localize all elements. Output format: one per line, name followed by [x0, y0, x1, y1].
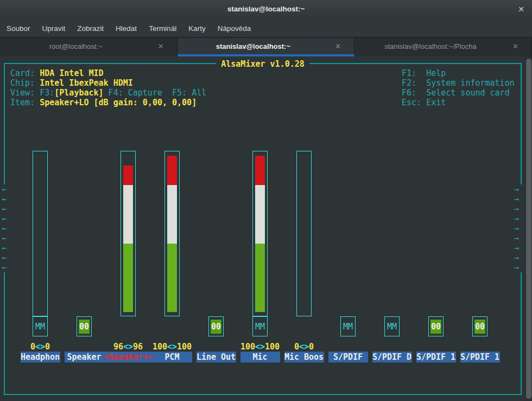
scroll-right-icon: → — [514, 214, 519, 224]
channel-label[interactable]: S/PDIF D — [372, 352, 412, 362]
window-title: stanislav@localhost:~ — [0, 5, 532, 13]
frame-border-left-upper — [4, 63, 5, 184]
card-row: Card: HDA Intel MID — [10, 68, 104, 78]
channel-bar[interactable] — [296, 151, 312, 316]
menu-item-upravit[interactable]: Upravit — [36, 20, 72, 37]
scroll-left-icon: ← — [2, 214, 7, 224]
bar-fill-red — [255, 156, 265, 185]
tab-1[interactable]: stanislav@localhost:~✕ — [178, 38, 355, 56]
channel-label[interactable]: Mic — [240, 352, 280, 362]
channel-mute-box[interactable]: 00 — [472, 316, 487, 336]
value-part: 100 — [177, 342, 192, 352]
item-value: Speaker+LO [dB gain: 0,00, 0,00] — [40, 98, 197, 107]
window-close-icon[interactable]: ✕ — [518, 5, 524, 14]
bar-fill-green — [123, 244, 133, 312]
bar-fill-white — [167, 185, 177, 244]
channel-mute-box[interactable]: MM — [252, 316, 268, 336]
view-label: View: F3: — [10, 88, 54, 98]
scrollbar-track[interactable] — [524, 56, 532, 401]
mute-indicator: MM — [35, 322, 45, 332]
scroll-right-icon: → — [514, 204, 519, 214]
tab-label: stanislav@localhost:~ — [178, 38, 330, 55]
scroll-left-icon: ← — [2, 194, 7, 204]
help-f1: F1: Help — [402, 68, 446, 78]
bar-fill-green — [167, 244, 177, 312]
menu-item-zobrazit[interactable]: Zobrazit — [71, 20, 110, 37]
menu-item-terminál[interactable]: Terminál — [143, 20, 182, 37]
channel-label-selected[interactable]: <Speaker+> — [104, 352, 153, 362]
chip-value: Intel IbexPeak HDMI — [40, 78, 133, 88]
frame-border-top: AlsaMixer v1.0.28 — [4, 63, 522, 64]
tab-label: root@localhost:~ — [0, 38, 152, 55]
help-f2: F2: System information — [402, 78, 515, 88]
channel-mute-box[interactable]: MM — [33, 316, 48, 336]
channel-label[interactable]: Speaker — [65, 352, 104, 362]
menu-item-nápověda[interactable]: Nápověda — [212, 20, 257, 37]
view-active-mode: [Playback] — [54, 88, 103, 98]
frame-border-left-lower — [4, 272, 5, 395]
item-row: Item: Speaker+LO [dB gain: 0,00, 0,00] — [10, 98, 197, 107]
value-part: 100 — [153, 342, 167, 352]
scroll-left-icon: ← — [2, 184, 7, 194]
enabled-indicator: 00 — [211, 320, 221, 334]
channel-mute-box[interactable]: 00 — [77, 316, 92, 336]
value-part: 0 — [45, 342, 50, 352]
menu-item-karty[interactable]: Karty — [182, 20, 212, 37]
scrollbar-thumb[interactable] — [526, 59, 531, 399]
channel-label[interactable]: PCM — [153, 352, 192, 362]
channel-label[interactable]: Headphon — [21, 352, 60, 362]
card-value: HDA Intel MID — [40, 68, 103, 78]
terminal-screen[interactable]: AlsaMixer v1.0.28 Card: HDA Intel MID Ch… — [0, 56, 532, 401]
channel-label[interactable]: S/PDIF 1 — [416, 352, 456, 362]
channel-label[interactable]: Line Out — [197, 352, 236, 362]
channel-bar[interactable] — [33, 151, 48, 316]
menubar: SouborUpravitZobrazitHledatTerminálKarty… — [0, 20, 532, 38]
channel-label[interactable]: S/PDIF 1 — [460, 352, 500, 362]
scroll-right-icon: → — [514, 194, 519, 204]
scroll-right-icon: → — [514, 263, 519, 272]
frame-border-bottom — [4, 394, 522, 395]
card-label: Card: — [10, 68, 35, 78]
scroll-left-icon: ← — [2, 253, 7, 263]
item-label: Item: — [10, 98, 35, 107]
enabled-indicator: 00 — [474, 320, 485, 334]
value-part: 0 — [294, 342, 299, 352]
scroll-left-icon: ← — [2, 263, 7, 272]
tab-close-icon[interactable]: ✕ — [158, 42, 164, 50]
bar-fill-red — [167, 156, 177, 185]
mute-indicator: MM — [387, 322, 397, 332]
value-part: <> — [167, 342, 177, 352]
tab-2[interactable]: stanislav@localhost:~/Plocha✕ — [354, 38, 532, 56]
channel-value: 0<>0 — [0, 342, 84, 352]
menu-item-hledat[interactable]: Hledat — [110, 20, 143, 37]
menu-item-soubor[interactable]: Soubor — [1, 20, 36, 37]
frame-border-right-upper — [521, 63, 522, 184]
value-part: 0 — [30, 342, 35, 352]
tabbar: root@localhost:~✕stanislav@localhost:~✕s… — [0, 38, 532, 56]
channel-mute-box[interactable]: 00 — [208, 316, 224, 336]
mute-indicator: MM — [255, 322, 265, 332]
channel-label[interactable]: Mic Boos — [284, 352, 324, 362]
channel-mute-box[interactable]: MM — [384, 316, 400, 336]
frame-border-right-lower — [521, 272, 522, 395]
channel-mute-box[interactable]: MM — [340, 316, 356, 336]
value-part: 100 — [240, 342, 255, 352]
chip-row: Chip: Intel IbexPeak HDMI — [10, 78, 133, 88]
scroll-left-icon: ← — [2, 224, 7, 233]
channel-mute-box[interactable]: 00 — [428, 316, 444, 336]
help-f6: F6: Select sound card — [402, 88, 510, 98]
tab-label: stanislav@localhost:~/Plocha — [354, 38, 506, 55]
terminal-window: stanislav@localhost:~ ✕ SouborUpravitZob… — [0, 0, 532, 401]
bar-fill-white — [255, 185, 265, 244]
scroll-right-icon: → — [514, 253, 519, 263]
tab-close-icon[interactable]: ✕ — [335, 42, 341, 50]
value-part: 0 — [309, 342, 314, 352]
enabled-indicator: 00 — [430, 320, 441, 334]
tab-0[interactable]: root@localhost:~✕ — [0, 38, 178, 56]
tab-close-icon[interactable]: ✕ — [512, 42, 518, 50]
help-esc: Esc: Exit — [402, 98, 446, 107]
bar-fill-red — [123, 166, 133, 185]
view-row: View: F3:[Playback] F4: Capture F5: All — [10, 88, 206, 98]
bar-fill-green — [255, 244, 265, 312]
channel-label[interactable]: S/PDIF — [328, 352, 368, 362]
